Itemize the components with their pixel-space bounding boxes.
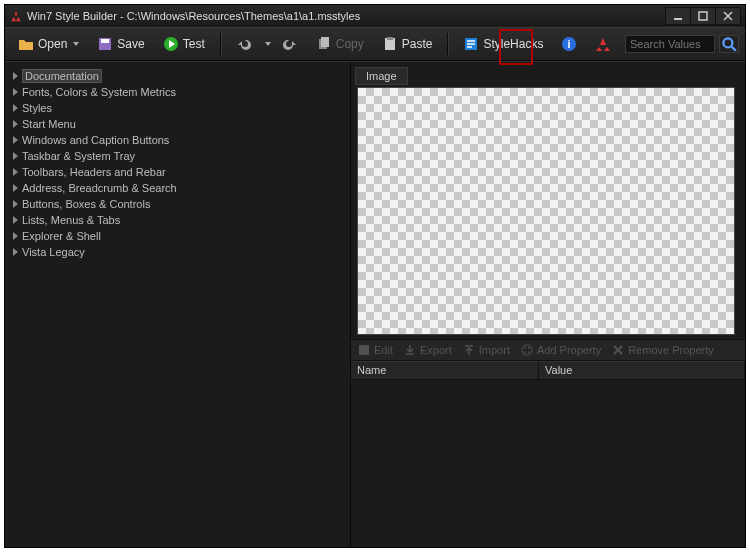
minimize-button[interactable] — [665, 7, 691, 25]
undo-button[interactable] — [229, 32, 259, 56]
column-header-name[interactable]: Name — [351, 362, 539, 380]
tree-item[interactable]: Styles — [9, 100, 346, 116]
tree-item[interactable]: Address, Breadcrumb & Search — [9, 180, 346, 196]
tree-item-label: Styles — [22, 102, 52, 114]
chevron-down-icon — [73, 42, 79, 46]
titlebar: Win7 Style Builder - C:\Windows\Resource… — [5, 5, 745, 27]
svg-rect-8 — [387, 37, 393, 40]
image-tab[interactable]: Image — [355, 67, 408, 85]
tree-item[interactable]: Explorer & Shell — [9, 228, 346, 244]
chevron-down-icon[interactable] — [265, 42, 271, 46]
expand-icon — [13, 152, 18, 160]
svg-rect-13 — [359, 345, 369, 355]
tree-item-label: Fonts, Colors & System Metrics — [22, 86, 176, 98]
app-icon — [9, 9, 23, 23]
redo-icon — [282, 36, 298, 52]
expand-icon — [13, 232, 18, 240]
test-label: Test — [183, 37, 205, 51]
right-pane: Image Edit Export Import — [351, 62, 745, 547]
save-label: Save — [117, 37, 144, 51]
info-icon: i — [561, 36, 577, 52]
column-header-value[interactable]: Value — [539, 362, 745, 380]
tree-item-label: Address, Breadcrumb & Search — [22, 182, 177, 194]
tree-item-label: Toolbars, Headers and Rebar — [22, 166, 166, 178]
tree-item[interactable]: Lists, Menus & Tabs — [9, 212, 346, 228]
save-button[interactable]: Save — [90, 32, 151, 56]
paste-label: Paste — [402, 37, 433, 51]
close-button[interactable] — [715, 7, 741, 25]
expand-icon — [13, 120, 18, 128]
tree-item[interactable]: Vista Legacy — [9, 244, 346, 260]
svg-rect-1 — [699, 12, 707, 20]
separator — [220, 33, 221, 55]
stylehacks-button[interactable]: StyleHacks — [456, 32, 550, 56]
expand-icon — [13, 88, 18, 96]
expand-icon — [13, 216, 18, 224]
tree-item[interactable]: Buttons, Boxes & Controls — [9, 196, 346, 212]
remove-property-button[interactable]: Remove Property — [611, 343, 714, 357]
open-button[interactable]: Open — [11, 32, 86, 56]
tree-item[interactable]: Documentation — [9, 68, 346, 84]
svg-text:i: i — [568, 38, 571, 50]
search-input[interactable] — [625, 35, 715, 53]
svg-rect-3 — [101, 39, 109, 43]
image-preview — [357, 87, 735, 335]
import-button[interactable]: Import — [462, 343, 510, 357]
test-button[interactable]: Test — [156, 32, 212, 56]
tree-item-label: Documentation — [22, 69, 102, 83]
svg-point-12 — [723, 38, 732, 47]
property-toolbar: Edit Export Import Add Property Remove P… — [351, 339, 745, 361]
tree-item-label: Windows and Caption Buttons — [22, 134, 169, 146]
open-label: Open — [38, 37, 67, 51]
import-icon — [462, 343, 476, 357]
main-toolbar: Open Save Test Copy Paste Sty — [5, 27, 745, 61]
expand-icon — [13, 72, 18, 80]
paste-button[interactable]: Paste — [375, 32, 440, 56]
edit-button[interactable]: Edit — [357, 343, 393, 357]
window-title: Win7 Style Builder - C:\Windows\Resource… — [27, 10, 666, 22]
copy-label: Copy — [336, 37, 364, 51]
svg-rect-0 — [674, 18, 682, 20]
stylehacks-icon — [463, 36, 479, 52]
undo-icon — [236, 36, 252, 52]
maximize-button[interactable] — [690, 7, 716, 25]
app-window: Win7 Style Builder - C:\Windows\Resource… — [4, 4, 746, 548]
expand-icon — [13, 168, 18, 176]
redo-button[interactable] — [275, 32, 305, 56]
bug-button[interactable] — [588, 32, 618, 56]
remove-icon — [611, 343, 625, 357]
tree-item[interactable]: Taskbar & System Tray — [9, 148, 346, 164]
add-property-button[interactable]: Add Property — [520, 343, 601, 357]
tree-item[interactable]: Windows and Caption Buttons — [9, 132, 346, 148]
edit-icon — [357, 343, 371, 357]
bug-icon — [595, 36, 611, 52]
expand-icon — [13, 136, 18, 144]
expand-icon — [13, 104, 18, 112]
expand-icon — [13, 184, 18, 192]
copy-icon — [316, 36, 332, 52]
tree-item-label: Start Menu — [22, 118, 76, 130]
expand-icon — [13, 248, 18, 256]
play-icon — [163, 36, 179, 52]
save-icon — [97, 36, 113, 52]
tree-item-label: Explorer & Shell — [22, 230, 101, 242]
tree-item-label: Buttons, Boxes & Controls — [22, 198, 150, 210]
info-button[interactable]: i — [554, 32, 584, 56]
search-icon — [720, 35, 738, 53]
separator — [447, 33, 448, 55]
copy-button[interactable]: Copy — [309, 32, 371, 56]
export-icon — [403, 343, 417, 357]
tree-item-label: Taskbar & System Tray — [22, 150, 135, 162]
export-button[interactable]: Export — [403, 343, 452, 357]
tree-item[interactable]: Start Menu — [9, 116, 346, 132]
add-icon — [520, 343, 534, 357]
search-button[interactable] — [719, 35, 739, 53]
property-table: Name Value — [351, 361, 745, 547]
tree-item-label: Vista Legacy — [22, 246, 85, 258]
paste-icon — [382, 36, 398, 52]
tree-item[interactable]: Fonts, Colors & System Metrics — [9, 84, 346, 100]
expand-icon — [13, 200, 18, 208]
folder-icon — [18, 36, 34, 52]
tree-item[interactable]: Toolbars, Headers and Rebar — [9, 164, 346, 180]
tree-item-label: Lists, Menus & Tabs — [22, 214, 120, 226]
